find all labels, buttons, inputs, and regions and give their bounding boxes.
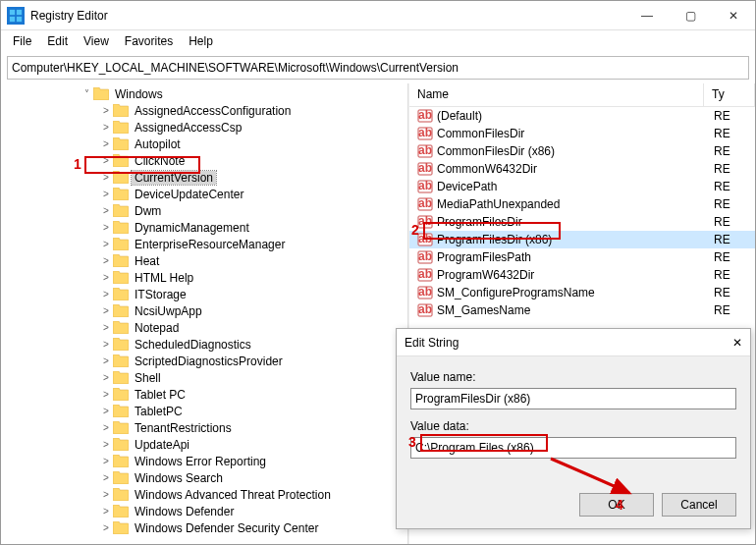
tree-node-html-help[interactable]: >HTML Help (1, 269, 407, 286)
expander-icon[interactable]: > (99, 122, 113, 133)
tree-node-windows-error-reporting[interactable]: >Windows Error Reporting (1, 453, 407, 469)
value-name: ProgramFilesPath (437, 250, 714, 264)
svg-text:ab: ab (418, 214, 432, 228)
tree-node-heat[interactable]: >Heat (1, 252, 407, 269)
tree-node-shell[interactable]: >Shell (1, 369, 407, 386)
tree-node-windows-defender[interactable]: >Windows Defender (1, 503, 407, 519)
expander-icon[interactable]: > (99, 272, 113, 283)
expander-icon[interactable]: > (99, 255, 113, 266)
registry-value-row[interactable]: abProgramFilesDir (x86)RE (409, 231, 755, 248)
expander-icon[interactable]: > (99, 105, 113, 116)
tree-node-scheduleddiagnostics[interactable]: >ScheduledDiagnostics (1, 336, 407, 353)
tree-node-windows-search[interactable]: >Windows Search (1, 469, 407, 486)
menu-file[interactable]: File (5, 32, 39, 50)
column-type[interactable]: Ty (704, 83, 755, 106)
value-data-input[interactable] (410, 437, 736, 459)
expander-icon[interactable]: ˅ (80, 88, 93, 99)
expander-icon[interactable]: > (99, 172, 113, 183)
expander-icon[interactable]: > (99, 222, 113, 233)
registry-value-row[interactable]: abCommonFilesDirRE (409, 125, 755, 142)
tree-label: Heat (132, 254, 162, 268)
tree-node-tablet-pc[interactable]: >Tablet PC (1, 386, 407, 403)
dialog-titlebar[interactable]: Edit String ✕ (397, 329, 750, 356)
expander-icon[interactable]: > (99, 456, 113, 466)
expander-icon[interactable]: > (99, 239, 113, 249)
value-name: ProgramW6432Dir (437, 268, 714, 282)
svg-text:ab: ab (418, 267, 432, 281)
expander-icon[interactable]: > (99, 339, 113, 350)
expander-icon[interactable]: > (99, 305, 113, 316)
dialog-close-button[interactable]: ✕ (732, 336, 742, 350)
registry-value-row[interactable]: abCommonFilesDir (x86)RE (409, 142, 755, 160)
menu-favorites[interactable]: Favorites (117, 32, 181, 50)
value-data-label: Value data: (410, 419, 736, 433)
registry-value-row[interactable]: abSM_ConfigureProgramsNameRE (409, 284, 755, 301)
tree-node-assignedaccessconfiguration[interactable]: >AssignedAccessConfiguration (1, 102, 407, 119)
expander-icon[interactable]: > (99, 506, 113, 517)
tree-node-tabletpc[interactable]: >TabletPC (1, 403, 407, 419)
expander-icon[interactable]: > (99, 489, 113, 500)
tree-node-windows-defender-security-center[interactable]: >Windows Defender Security Center (1, 519, 407, 536)
menu-view[interactable]: View (76, 32, 117, 50)
tree-node-updateapi[interactable]: >UpdateApi (1, 436, 407, 453)
expander-icon[interactable]: > (99, 389, 113, 400)
expander-icon[interactable]: > (99, 205, 113, 216)
tree-node-itstorage[interactable]: >ITStorage (1, 286, 407, 302)
registry-value-row[interactable]: ab(Default)RE (409, 107, 755, 125)
tree-node-tenantrestrictions[interactable]: >TenantRestrictions (1, 419, 407, 436)
tree-label: ScheduledDiagnostics (132, 338, 254, 352)
registry-value-row[interactable]: abDevicePathRE (409, 178, 755, 195)
svg-text:ab: ab (418, 249, 432, 263)
tree-node-enterpriseresourcemanager[interactable]: >EnterpriseResourceManager (1, 236, 407, 252)
registry-value-row[interactable]: abProgramFilesDirRE (409, 213, 755, 231)
tree-node-assignedaccesscsp[interactable]: >AssignedAccessCsp (1, 119, 407, 136)
expander-icon[interactable]: > (99, 189, 113, 199)
expander-icon[interactable]: > (99, 422, 113, 433)
tree-node-deviceupdatecenter[interactable]: >DeviceUpdateCenter (1, 186, 407, 202)
registry-value-row[interactable]: abProgramFilesPathRE (409, 248, 755, 266)
tree-node-notepad[interactable]: >Notepad (1, 319, 407, 336)
tree-node-windows[interactable]: ˅Windows (1, 85, 407, 102)
expander-icon[interactable]: > (99, 406, 113, 416)
value-name: MediaPathUnexpanded (437, 197, 714, 211)
tree-node-currentversion[interactable]: >CurrentVersion (1, 169, 407, 186)
menu-help[interactable]: Help (181, 32, 221, 50)
maximize-button[interactable]: ▢ (669, 1, 712, 30)
expander-icon[interactable]: > (99, 355, 113, 366)
close-button[interactable]: ✕ (712, 1, 755, 30)
registry-value-row[interactable]: abMediaPathUnexpandedRE (409, 195, 755, 213)
svg-text:ab: ab (418, 126, 432, 139)
expander-icon[interactable]: > (99, 155, 113, 166)
expander-icon[interactable]: > (99, 472, 113, 483)
regedit-app-icon (7, 7, 25, 25)
svg-text:ab: ab (418, 179, 432, 192)
expander-icon[interactable]: > (99, 322, 113, 333)
menu-edit[interactable]: Edit (39, 32, 76, 50)
expander-icon[interactable]: > (99, 138, 113, 149)
registry-value-row[interactable]: abProgramW6432DirRE (409, 266, 755, 284)
registry-value-row[interactable]: abSM_GamesNameRE (409, 301, 755, 319)
tree-node-dynamicmanagement[interactable]: >DynamicManagement (1, 219, 407, 236)
cancel-button[interactable]: Cancel (662, 493, 736, 517)
tree-node-ncsiuwpapp[interactable]: >NcsiUwpApp (1, 302, 407, 319)
value-name-input[interactable] (410, 388, 736, 409)
registry-value-row[interactable]: abCommonW6432DirRE (409, 160, 755, 178)
tree-node-autopilot[interactable]: >Autopilot (1, 136, 407, 152)
column-name[interactable]: Name (409, 83, 704, 106)
tree-node-windows-advanced-threat-protection[interactable]: >Windows Advanced Threat Protection (1, 486, 407, 503)
minimize-button[interactable]: — (625, 1, 669, 30)
expander-icon[interactable]: > (99, 522, 113, 533)
list-header: Name Ty (409, 83, 755, 107)
reg-string-icon: ab (417, 214, 433, 230)
ok-button[interactable]: OK (579, 493, 654, 517)
value-type: RE (714, 286, 730, 300)
tree-node-scripteddiagnosticsprovider[interactable]: >ScriptedDiagnosticsProvider (1, 353, 407, 369)
tree-pane[interactable]: ˅Windows>AssignedAccessConfiguration>Ass… (1, 83, 408, 544)
address-bar[interactable]: Computer\HKEY_LOCAL_MACHINE\SOFTWARE\Mic… (7, 56, 749, 80)
tree-node-clicknote[interactable]: >ClickNote (1, 152, 407, 169)
expander-icon[interactable]: > (99, 289, 113, 300)
svg-text:ab: ab (418, 302, 432, 316)
tree-node-dwm[interactable]: >Dwm (1, 202, 407, 219)
expander-icon[interactable]: > (99, 439, 113, 450)
expander-icon[interactable]: > (99, 372, 113, 383)
